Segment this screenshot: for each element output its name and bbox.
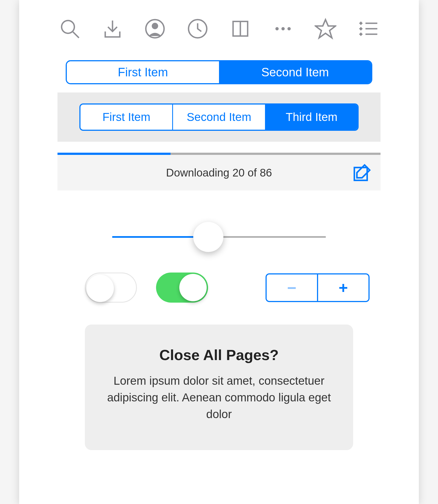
progress-fill bbox=[57, 153, 171, 155]
svg-line-1 bbox=[73, 32, 79, 38]
stepper-plus-button[interactable]: + bbox=[318, 274, 368, 301]
segmented-control-2: First Item Second Item bbox=[66, 60, 372, 84]
clock-icon[interactable] bbox=[185, 16, 210, 41]
compose-icon[interactable] bbox=[352, 163, 372, 183]
segment-first[interactable]: First Item bbox=[67, 61, 219, 83]
bullet-list-icon[interactable] bbox=[356, 16, 381, 41]
profile-icon[interactable] bbox=[143, 16, 167, 41]
book-icon[interactable] bbox=[228, 16, 253, 41]
progress-bar bbox=[57, 153, 381, 155]
toggle-on[interactable] bbox=[156, 273, 208, 303]
toolbar bbox=[19, 11, 419, 52]
segment3-second[interactable]: Second Item bbox=[173, 105, 266, 130]
star-icon[interactable] bbox=[313, 16, 338, 41]
slider[interactable] bbox=[112, 226, 326, 248]
more-icon[interactable] bbox=[271, 16, 295, 41]
alert-dialog: Close All Pages? Lorem ipsum dolor sit a… bbox=[85, 325, 353, 450]
stepper-minus-button[interactable]: − bbox=[267, 274, 318, 301]
segment3-first[interactable]: First Item bbox=[80, 105, 173, 130]
segmented-control-3: First Item Second Item Third Item bbox=[79, 103, 359, 131]
download-icon[interactable] bbox=[100, 16, 125, 41]
svg-point-0 bbox=[62, 21, 74, 33]
search-icon[interactable] bbox=[57, 16, 82, 41]
alert-body: Lorem ipsum dolor sit amet, consectetuer… bbox=[101, 373, 337, 423]
toggle-on-knob bbox=[179, 274, 207, 301]
slider-thumb[interactable] bbox=[193, 222, 223, 252]
svg-marker-9 bbox=[359, 27, 363, 30]
device-frame: First Item Second Item First Item Second… bbox=[19, 0, 419, 504]
toggle-off[interactable] bbox=[85, 273, 137, 303]
progress-section: Downloading 20 of 86 bbox=[57, 153, 381, 190]
svg-marker-11 bbox=[359, 32, 363, 36]
segment3-third[interactable]: Third Item bbox=[266, 105, 358, 130]
alert-title: Close All Pages? bbox=[101, 346, 337, 363]
segmented-panel: First Item Second Item Third Item bbox=[57, 92, 381, 142]
stepper: − + bbox=[266, 273, 370, 302]
svg-point-3 bbox=[152, 23, 158, 29]
toggle-off-knob bbox=[87, 275, 114, 302]
segment-second[interactable]: Second Item bbox=[219, 61, 371, 83]
download-status-label: Downloading 20 of 86 bbox=[166, 167, 272, 179]
svg-marker-7 bbox=[359, 21, 363, 25]
controls-row: − + bbox=[85, 273, 370, 303]
download-status-row: Downloading 20 of 86 bbox=[57, 155, 381, 190]
